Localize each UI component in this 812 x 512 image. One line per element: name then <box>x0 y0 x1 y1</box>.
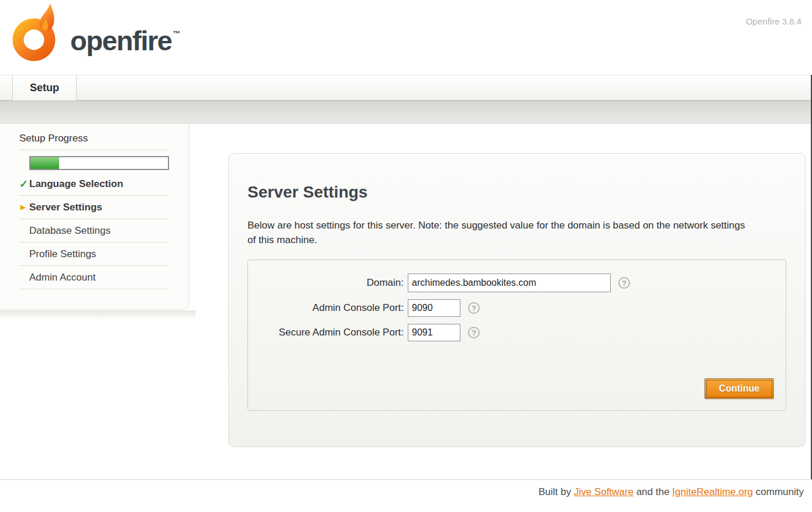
page-title: Server Settings <box>247 183 367 202</box>
igniterealtime-link[interactable]: IgniteRealtime.org <box>672 486 753 497</box>
sidebar-item-profile-settings[interactable]: Profile Settings <box>19 243 169 266</box>
server-settings-form: Domain: ? Admin Console Port: ? Secure A… <box>247 260 786 411</box>
form-row-admin-port: Admin Console Port: ? <box>248 299 786 317</box>
continue-button[interactable]: Continue <box>704 378 774 399</box>
sidebar-item-database-settings[interactable]: Database Settings <box>19 219 169 243</box>
footer-text-middle: and the <box>634 486 672 497</box>
sidebar-item-label: Profile Settings <box>29 248 96 260</box>
trademark-symbol: ™ <box>173 29 180 38</box>
jive-software-link[interactable]: Jive Software <box>574 486 634 497</box>
footer-text-prefix: Built by <box>538 486 573 497</box>
sidebar-item-language-selection[interactable]: ✓ Language Selection <box>19 172 169 196</box>
sidebar-shadow <box>0 310 195 320</box>
openfire-setup-page: openfire™ Openfire 3.6.4 Setup Setup Pro… <box>0 0 812 512</box>
form-row-domain: Domain: ? <box>248 274 786 292</box>
help-icon[interactable]: ? <box>468 302 480 314</box>
version-label: Openfire 3.6.4 <box>746 16 801 26</box>
openfire-logo: openfire™ <box>12 4 180 63</box>
sidebar-item-label: Admin Account <box>29 272 95 283</box>
progress-fill <box>30 157 59 169</box>
admin-console-port-label: Admin Console Port: <box>248 302 408 314</box>
progress-bar <box>29 156 169 170</box>
footer-credits: Built by Jive Software and the IgniteRea… <box>0 486 812 498</box>
footer-text-suffix: community <box>753 486 804 497</box>
main-content-panel: Server Settings Below are host settings … <box>228 153 806 447</box>
help-icon[interactable]: ? <box>618 277 630 289</box>
check-icon: ✓ <box>19 178 28 191</box>
page-description: Below are host settings for this server.… <box>247 218 753 247</box>
sidebar-item-server-settings[interactable]: ▶ Server Settings <box>19 196 169 219</box>
form-row-secure-admin-port: Secure Admin Console Port: ? <box>248 324 786 341</box>
sub-nav-bar <box>0 101 812 124</box>
domain-input[interactable] <box>408 274 611 292</box>
domain-label: Domain: <box>248 277 408 289</box>
sidebar-item-label: Server Settings <box>29 202 102 213</box>
sidebar-item-label: Database Settings <box>29 225 111 236</box>
flame-icon <box>12 4 61 63</box>
secure-admin-console-port-input[interactable] <box>408 324 460 341</box>
header: openfire™ Openfire 3.6.4 <box>0 0 812 75</box>
sidebar-item-label: Language Selection <box>29 178 123 189</box>
sidebar-title: Setup Progress <box>19 124 169 150</box>
tab-setup[interactable]: Setup <box>12 75 77 101</box>
setup-steps-list: ✓ Language Selection ▶ Server Settings D… <box>19 172 169 289</box>
logo-wordmark: openfire™ <box>70 25 180 57</box>
footer: Built by Jive Software and the IgniteRea… <box>0 479 812 498</box>
setup-progress-sidebar: Setup Progress ✓ Language Selection ▶ Se… <box>0 124 190 310</box>
help-icon[interactable]: ? <box>468 327 480 338</box>
sidebar-item-admin-account[interactable]: Admin Account <box>19 266 169 289</box>
tab-bar: Setup <box>0 75 812 101</box>
admin-console-port-input[interactable] <box>408 299 460 317</box>
secure-admin-console-port-label: Secure Admin Console Port: <box>248 327 408 338</box>
current-step-arrow-icon: ▶ <box>20 203 25 211</box>
